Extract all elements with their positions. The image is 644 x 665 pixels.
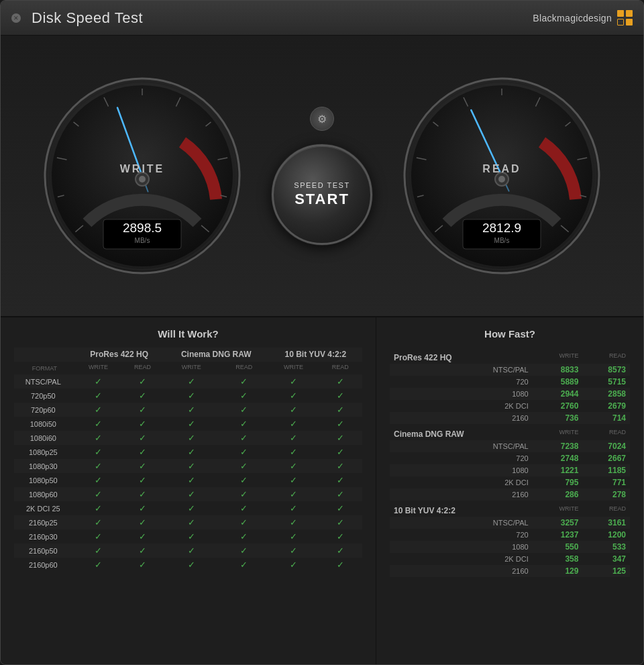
- row-label: 720: [412, 452, 533, 464]
- check: ✓: [269, 544, 319, 558]
- read-value: 1200: [582, 529, 630, 541]
- settings-button[interactable]: ⚙: [310, 107, 334, 131]
- write-value: 1237: [533, 529, 583, 541]
- row-label: 1080p60: [14, 487, 75, 501]
- list-item: 2160 286 278: [390, 489, 630, 501]
- check: ✓: [164, 459, 219, 473]
- check: ✓: [318, 389, 362, 403]
- write-value: 129: [533, 565, 583, 577]
- write-value: 736: [533, 412, 583, 424]
- check: ✓: [121, 403, 163, 417]
- row-label: 1080p30: [14, 459, 75, 473]
- check: ✓: [269, 403, 319, 417]
- row-label: 1080i50: [14, 417, 75, 431]
- section-title-row: ProRes 422 HQ WRITE READ: [390, 348, 630, 364]
- col-header-prores: ProRes 422 HQ: [75, 348, 164, 362]
- read-gauge: 2812.9 MB/s READ: [401, 75, 602, 276]
- check: ✓: [75, 501, 122, 515]
- row-label: 1080: [412, 541, 533, 553]
- write-value: 8833: [533, 364, 583, 376]
- svg-text:WRITE: WRITE: [120, 163, 165, 174]
- check: ✓: [121, 501, 163, 515]
- list-item: NTSC/PAL 8833 8573: [390, 364, 630, 376]
- col-header-dng: Cinema DNG RAW: [164, 348, 269, 362]
- check: ✓: [121, 487, 163, 501]
- check: ✓: [75, 389, 122, 403]
- check: ✓: [269, 374, 319, 389]
- check: ✓: [75, 374, 122, 389]
- center-controls: ⚙ SPEED TEST START: [272, 107, 372, 245]
- col-write-header: WRITE: [533, 348, 583, 364]
- read-value: 5715: [582, 376, 630, 388]
- table-row: 1080p30 ✓ ✓ ✓ ✓ ✓ ✓: [14, 459, 362, 473]
- sub-read-2: READ: [219, 362, 269, 374]
- row-label: 1080i60: [14, 431, 75, 445]
- check: ✓: [164, 487, 219, 501]
- row-label: 720p60: [14, 403, 75, 417]
- check: ✓: [318, 431, 362, 445]
- check: ✓: [219, 445, 269, 459]
- svg-point-18: [139, 176, 146, 183]
- check: ✓: [219, 403, 269, 417]
- table-row: 2160p50 ✓ ✓ ✓ ✓ ✓ ✓: [14, 544, 362, 558]
- write-value: 795: [533, 476, 583, 489]
- check: ✓: [75, 529, 122, 544]
- check: ✓: [75, 544, 122, 558]
- read-value: 2667: [582, 452, 630, 464]
- check: ✓: [318, 529, 362, 544]
- row-label: 720: [412, 376, 533, 388]
- row-label: 2K DCI: [412, 553, 533, 565]
- how-fast-title: How Fast?: [390, 328, 630, 340]
- table-row: 720p60 ✓ ✓ ✓ ✓ ✓ ✓: [14, 403, 362, 417]
- app-title: Disk Speed Test: [32, 9, 533, 27]
- row-label: NTSC/PAL: [14, 374, 75, 389]
- section-title: Cinema DNG RAW: [390, 424, 533, 440]
- check: ✓: [75, 417, 122, 431]
- row-label: NTSC/PAL: [412, 517, 533, 529]
- brand-sq-3: [617, 19, 624, 25]
- table-row: 1080p60 ✓ ✓ ✓ ✓ ✓ ✓: [14, 487, 362, 501]
- table-row: 2160p30 ✓ ✓ ✓ ✓ ✓ ✓: [14, 529, 362, 544]
- write-value: 2944: [533, 388, 583, 400]
- check: ✓: [318, 445, 362, 459]
- check: ✓: [318, 374, 362, 389]
- table-row: 2160p60 ✓ ✓ ✓ ✓ ✓ ✓: [14, 558, 362, 572]
- data-section: Will It Work? ProRes 422 HQ Cinema DNG R…: [1, 317, 643, 664]
- check: ✓: [219, 501, 269, 515]
- check: ✓: [269, 515, 319, 529]
- list-item: NTSC/PAL 7238 7024: [390, 440, 630, 452]
- check: ✓: [121, 459, 163, 473]
- brand-logo: Blackmagicdesign: [533, 10, 633, 25]
- table-row: 1080i50 ✓ ✓ ✓ ✓ ✓ ✓: [14, 417, 362, 431]
- check: ✓: [318, 487, 362, 501]
- read-value: 1185: [582, 464, 630, 476]
- check: ✓: [164, 403, 219, 417]
- check: ✓: [75, 459, 122, 473]
- check: ✓: [219, 459, 269, 473]
- check: ✓: [269, 459, 319, 473]
- check: ✓: [269, 431, 319, 445]
- format-label: FORMAT: [14, 362, 75, 374]
- start-button[interactable]: SPEED TEST START: [272, 144, 372, 245]
- check: ✓: [121, 529, 163, 544]
- close-button[interactable]: ✕: [11, 13, 21, 23]
- row-label: 1080: [412, 464, 533, 476]
- gauges-section: 2898.5 MB/s WRITE ⚙ SPEED TEST START: [1, 36, 643, 317]
- svg-text:2898.5: 2898.5: [123, 221, 162, 235]
- row-label: 720p50: [14, 389, 75, 403]
- check: ✓: [164, 431, 219, 445]
- sub-read-3: READ: [318, 362, 362, 374]
- check: ✓: [219, 389, 269, 403]
- check: ✓: [269, 558, 319, 572]
- check: ✓: [318, 459, 362, 473]
- start-label: START: [294, 191, 350, 208]
- read-gauge-container: 2812.9 MB/s READ: [401, 75, 602, 276]
- row-label: 2160: [412, 412, 533, 424]
- list-item: 2K DCI 358 347: [390, 553, 630, 565]
- svg-text:MB/s: MB/s: [494, 237, 509, 244]
- row-label: 2160p30: [14, 529, 75, 544]
- row-label: 1080p50: [14, 473, 75, 487]
- check: ✓: [164, 473, 219, 487]
- check: ✓: [75, 473, 122, 487]
- check: ✓: [318, 544, 362, 558]
